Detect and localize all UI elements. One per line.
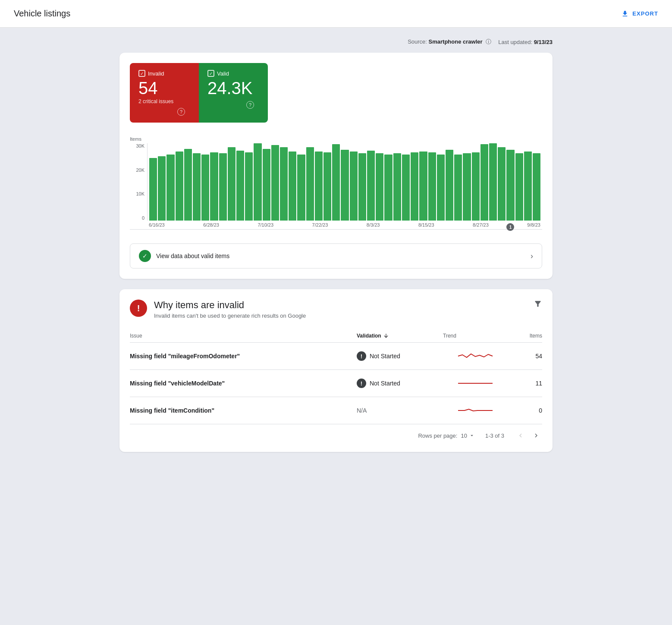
chevron-right-icon: › [531, 252, 533, 261]
bar-26 [376, 153, 383, 221]
bar-5 [193, 153, 201, 221]
page-content: Source: Smartphone crawler ⓘ Last update… [99, 28, 573, 462]
error-icon: ! [130, 300, 147, 317]
page-info: 1-3 of 3 [485, 432, 504, 439]
page-title: Vehicle listings [14, 9, 70, 19]
trend-cell-2 [443, 377, 508, 390]
next-page-button[interactable] [530, 429, 542, 442]
valid-count: 24.3K [207, 79, 254, 98]
bar-37 [472, 152, 480, 221]
bar-18 [306, 147, 314, 221]
chart-area: Items 30K 20K 10K 0 6/16/23 6/28/23 7/10… [130, 133, 542, 233]
bar-31 [419, 152, 427, 221]
bar-10 [236, 151, 244, 221]
items-count-3: 0 [508, 407, 542, 414]
table-row[interactable]: Missing field "vehicleModelDate" ! Not S… [130, 370, 542, 397]
valid-check-circle: ✓ [139, 250, 151, 262]
bar-30 [411, 152, 418, 221]
top-bar: Vehicle listings EXPORT [0, 0, 672, 28]
bar-35 [454, 155, 462, 221]
bar-1 [158, 156, 166, 221]
table-footer: Rows per page: 10 1-3 of 3 [130, 424, 542, 442]
chart-container: 30K 20K 10K 0 6/16/23 6/28/23 7/10/23 7/… [130, 143, 542, 230]
bar-19 [315, 152, 323, 221]
bar-32 [428, 152, 436, 221]
invalid-card: ! Why items are invalid Invalid items ca… [119, 289, 553, 452]
valid-tile-label: ✓ Valid [207, 70, 254, 77]
bar-36 [463, 153, 471, 221]
table-header: Issue Validation Trend Items [130, 329, 542, 343]
bar-11 [245, 152, 253, 221]
prev-page-button[interactable] [515, 429, 527, 442]
export-button[interactable]: EXPORT [621, 10, 658, 18]
not-started-icon-2: ! [357, 379, 366, 388]
items-count-2: 11 [508, 380, 542, 387]
bar-17 [297, 155, 305, 221]
table-row[interactable]: Missing field "mileageFromOdometer" ! No… [130, 343, 542, 370]
bar-0 [149, 158, 157, 221]
items-count-1: 54 [508, 353, 542, 360]
invalid-header-text: Why items are invalid Invalid items can'… [154, 300, 306, 319]
bar-33 [437, 155, 445, 221]
bar-29 [402, 155, 410, 221]
bar-2 [166, 155, 174, 221]
invalid-header: ! Why items are invalid Invalid items ca… [130, 300, 542, 319]
col-items: Items [508, 333, 542, 339]
bar-12 [254, 143, 261, 221]
status-tiles: ✓ Invalid 54 2 critical issues ? ✓ Valid… [130, 63, 268, 123]
invalid-help-icon[interactable]: ? [177, 108, 185, 116]
bar-25 [367, 151, 375, 221]
invalid-count: 54 [138, 79, 185, 98]
bar-28 [393, 153, 401, 221]
source-help-icon[interactable]: ⓘ [486, 38, 491, 45]
export-icon [621, 10, 629, 18]
bar-15 [280, 147, 288, 221]
rows-per-page-select[interactable]: 10 [461, 432, 474, 439]
source-bar: Source: Smartphone crawler ⓘ Last update… [119, 38, 553, 46]
not-started-icon-1: ! [357, 351, 366, 361]
valid-help-icon[interactable]: ? [246, 101, 254, 109]
trend-cell-1 [443, 350, 508, 363]
bar-13 [263, 149, 270, 221]
bar-7 [210, 152, 218, 221]
bar-14 [271, 145, 279, 221]
validation-cell-2: ! Not Started [357, 379, 443, 388]
trend-svg-1 [443, 350, 508, 363]
trend-cell-3 [443, 404, 508, 417]
valid-tile[interactable]: ✓ Valid 24.3K ? [199, 63, 268, 123]
invalid-tile[interactable]: ✓ Invalid 54 2 critical issues ? [130, 63, 199, 123]
invalid-section-subtitle: Invalid items can't be used to generate … [154, 312, 306, 319]
main-card: ✓ Invalid 54 2 critical issues ? ✓ Valid… [119, 53, 553, 279]
bar-40 [498, 147, 506, 221]
bar-23 [350, 152, 358, 221]
bar-22 [341, 150, 349, 221]
bar-16 [289, 152, 296, 221]
filter-icon[interactable] [534, 300, 542, 310]
bar-43 [524, 152, 532, 221]
col-validation[interactable]: Validation [357, 333, 443, 339]
valid-link-left: ✓ View data about valid items [139, 250, 229, 262]
col-trend: Trend [443, 333, 508, 339]
valid-items-link[interactable]: ✓ View data about valid items › [130, 243, 542, 268]
bar-42 [515, 153, 523, 221]
bar-39 [489, 143, 497, 221]
bar-9 [228, 147, 236, 221]
trend-svg-3 [443, 404, 508, 417]
invalid-sub: 2 critical issues [138, 98, 185, 104]
invalid-check-icon: ✓ [138, 70, 145, 77]
chart-x-axis: 6/16/23 6/28/23 7/10/23 7/22/23 8/3/23 8… [147, 221, 542, 229]
rows-dropdown-icon [469, 432, 475, 439]
bar-6 [201, 155, 209, 221]
invalid-tile-label: ✓ Invalid [138, 70, 185, 77]
invalid-header-left: ! Why items are invalid Invalid items ca… [130, 300, 306, 319]
validation-cell-1: ! Not Started [357, 351, 443, 361]
bar-20 [323, 152, 331, 221]
table-row[interactable]: Missing field "itemCondition" N/A 0 [130, 397, 542, 424]
issue-name-1: Missing field "mileageFromOdometer" [130, 353, 357, 360]
bar-24 [358, 153, 366, 221]
issue-name-2: Missing field "vehicleModelDate" [130, 380, 357, 387]
invalid-section-title: Why items are invalid [154, 300, 306, 311]
bar-41 [506, 150, 514, 221]
bar-38 [480, 144, 488, 221]
bar-44 [533, 153, 540, 221]
